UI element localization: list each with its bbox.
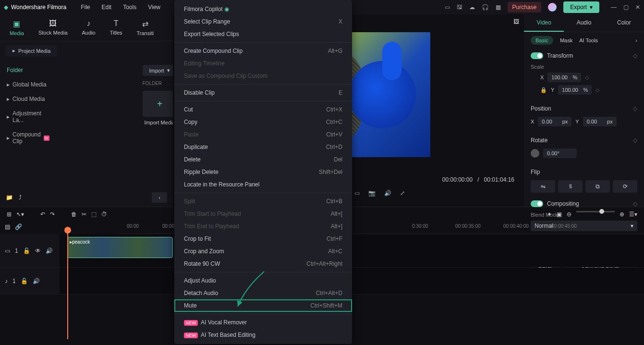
ctx-copy[interactable]: CopyCtrl+C (174, 116, 352, 128)
pos-y-field[interactable]: 0.00px (583, 117, 617, 126)
chevron-right-icon[interactable]: › (635, 37, 637, 43)
lock-track-icon[interactable]: 🔓 (21, 278, 28, 284)
ctx-export-selected-clips[interactable]: Export Selected Clips (174, 28, 352, 40)
fullscreen-icon[interactable]: ⤢ (400, 190, 405, 197)
import-media-tile[interactable]: + Import Media (143, 91, 177, 125)
ctx-adjust-audio[interactable]: Adjust Audio (174, 274, 352, 287)
export-folder-icon[interactable]: ⤴ (19, 194, 22, 201)
pointer-icon[interactable]: ↖▾ (16, 211, 24, 218)
menu-file[interactable]: File (81, 4, 90, 11)
tab-media[interactable]: ▣Media (10, 19, 24, 36)
mute-track-icon[interactable]: 🔊 (33, 278, 40, 284)
snapshot-icon[interactable]: 🖼 (513, 18, 519, 29)
timeline-layers-icon[interactable]: ▤ (5, 223, 10, 232)
display-icon[interactable]: ▭ (354, 190, 360, 197)
subtab-aitools[interactable]: AI Tools (579, 37, 598, 43)
purchase-button[interactable]: Purchase (508, 2, 542, 12)
zoom-out-icon[interactable]: ⊖ (567, 211, 571, 218)
ctx-crop-and-zoom[interactable]: Crop and ZoomAlt+C (174, 245, 352, 258)
flip-h-button[interactable]: ⇋ (531, 180, 555, 193)
user-avatar[interactable] (548, 3, 557, 12)
compositing-toggle[interactable] (531, 200, 543, 207)
keyframe-diamond-icon[interactable]: ◇ (633, 105, 637, 112)
tab-stock[interactable]: 🖼Stock Media (38, 19, 68, 36)
ai-icon[interactable]: ✦ (547, 211, 552, 218)
tab-titles[interactable]: TTitles (110, 19, 122, 36)
ctx-ai-text-based-editing[interactable]: NEWAI Text Based Editing (174, 329, 352, 341)
inspector-tab-color[interactable]: Color (604, 14, 644, 32)
export-button[interactable]: Export▾ (563, 1, 599, 13)
tree-cloud[interactable]: ▸ Cloud Media (0, 92, 56, 106)
lock-icon[interactable]: 🔒 (540, 87, 547, 93)
tree-global[interactable]: ▸ Global Media (0, 77, 56, 92)
marker-icon[interactable]: ▣ (557, 211, 562, 218)
keyframe-diamond-icon[interactable]: ◇ (633, 52, 637, 59)
ctx-detach-audio[interactable]: Detach AudioCtrl+Alt+D (174, 287, 352, 299)
inspector-tab-video[interactable]: Video (524, 14, 564, 32)
keyframe-diamond-icon[interactable]: ◇ (633, 137, 637, 144)
rotate-field[interactable]: 0.00° (543, 148, 577, 158)
ctx-ai-vocal-remover[interactable]: NEWAI Vocal Remover (174, 316, 352, 329)
mute-track-icon[interactable]: 🔊 (46, 247, 53, 254)
menu-view[interactable]: View (148, 4, 160, 11)
speed-icon[interactable]: ⏱ (101, 211, 107, 218)
import-button[interactable]: Import ▾ (143, 65, 177, 76)
scale-x-field[interactable]: 100.00% (547, 73, 581, 82)
playhead[interactable] (67, 230, 68, 339)
flip-rotate-button[interactable]: ⟳ (613, 180, 637, 193)
cut-icon[interactable]: ✂ (82, 211, 86, 218)
close-icon[interactable]: ✕ (635, 4, 640, 11)
pos-x-field[interactable]: 0.00px (538, 117, 571, 126)
flip-copy-button[interactable]: ⧉ (585, 180, 610, 193)
view-options-icon[interactable]: ☰▾ (629, 211, 637, 218)
ctx-create-compound-clip[interactable]: Create Compound ClipAlt+G (174, 45, 352, 57)
tab-audio[interactable]: ♪Audio (82, 19, 96, 36)
menu-tools[interactable]: Tools (123, 4, 136, 11)
redo-icon[interactable]: ↷ (50, 211, 55, 218)
zoom-slider[interactable] (576, 211, 615, 212)
crop-icon[interactable]: ⬚ (91, 211, 97, 218)
timeline-clip[interactable]: ▸ peacock (67, 237, 173, 258)
project-media-chip[interactable]: ▸ Project Media (6, 45, 57, 56)
ctx-disable-clip[interactable]: Disable ClipE (174, 86, 352, 99)
flip-v-button[interactable]: ⥮ (558, 180, 583, 193)
delete-icon[interactable]: 🗑 (71, 211, 77, 218)
undo-icon[interactable]: ↶ (40, 211, 45, 218)
ctx-delete[interactable]: DeleteDel (174, 153, 352, 166)
ctx-mute[interactable]: MuteCtrl+Shift+M (174, 299, 352, 312)
tab-transitions[interactable]: ⇄Transiti (137, 19, 154, 36)
scale-y-field[interactable]: 100.00% (558, 85, 592, 95)
ctx-ripple-delete[interactable]: Ripple DeleteShift+Del (174, 166, 352, 178)
ctx-filmora-copilot[interactable]: Filmora Copilot ◉ (174, 3, 352, 15)
save-icon[interactable]: 🖫 (457, 4, 462, 11)
maximize-icon[interactable]: ▢ (623, 4, 629, 11)
minimize-icon[interactable]: — (611, 4, 617, 11)
subtab-mask[interactable]: Mask (560, 37, 572, 43)
camera-icon[interactable]: 📷 (368, 190, 376, 197)
device-icon[interactable]: ▭ (445, 4, 450, 11)
ctx-rotate-90-cw[interactable]: Rotate 90 CWCtrl+Alt+Right (174, 258, 352, 270)
headphones-icon[interactable]: 🎧 (482, 4, 489, 11)
lock-track-icon[interactable]: 🔓 (23, 247, 30, 254)
volume-icon[interactable]: 🔊 (384, 190, 391, 197)
keyframe-diamond-icon[interactable]: ◇ (595, 87, 599, 93)
keyframe-diamond-icon[interactable]: ◇ (585, 74, 589, 81)
tree-folder[interactable]: Folder (0, 63, 56, 77)
tree-compound[interactable]: ▸ Compound Clip N (0, 127, 56, 148)
transform-toggle[interactable] (531, 52, 543, 59)
cloud-icon[interactable]: ☁ (469, 4, 475, 11)
ctx-select-clip-range[interactable]: Select Clip RangeX (174, 15, 352, 28)
visible-icon[interactable]: 👁 (35, 247, 41, 254)
rotate-dial[interactable] (531, 149, 539, 158)
ctx-crop-to-fit[interactable]: Crop to FitCtrl+F (174, 233, 352, 245)
ctx-locate-in-the-resource-panel[interactable]: Locate in the Resource Panel (174, 178, 352, 191)
new-folder-icon[interactable]: 📁 (6, 194, 13, 201)
link-icon[interactable]: 🔗 (15, 223, 22, 232)
ctx-duplicate[interactable]: DuplicateCtrl+D (174, 141, 352, 153)
ctx-cut[interactable]: CutCtrl+X (174, 103, 352, 116)
layout-icon[interactable]: ⊞ (7, 211, 12, 218)
apps-icon[interactable]: ▦ (496, 4, 501, 11)
inspector-tab-audio[interactable]: Audio (564, 14, 604, 32)
collapse-button[interactable]: ‹ (152, 192, 167, 203)
subtab-basic[interactable]: Basic (531, 36, 553, 45)
